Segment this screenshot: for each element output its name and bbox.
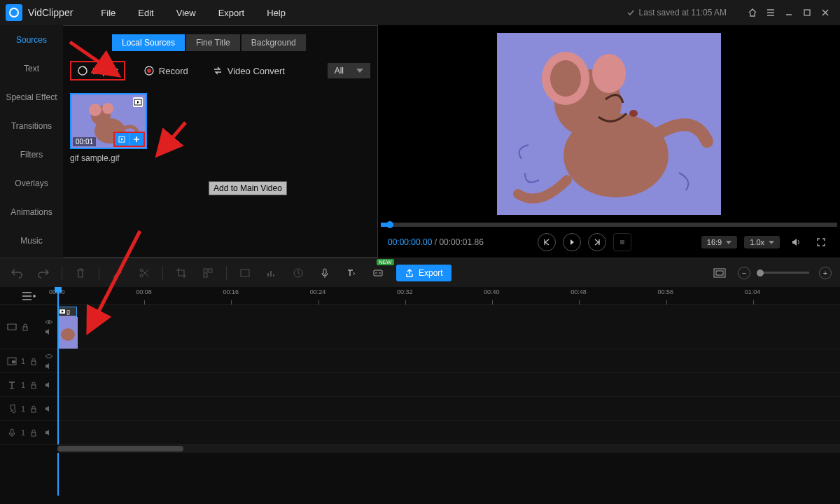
zoom-slider[interactable] bbox=[760, 272, 809, 274]
preview-stage[interactable] bbox=[378, 25, 840, 223]
volume-button[interactable] bbox=[787, 233, 805, 251]
ruler-tick: 01:04 bbox=[745, 288, 761, 295]
stop-button[interactable] bbox=[613, 233, 631, 251]
voice-button[interactable] bbox=[316, 265, 333, 281]
timeline-hscroll-thumb[interactable] bbox=[57, 446, 183, 451]
track-text-body[interactable] bbox=[57, 373, 840, 396]
track-audio2-body[interactable] bbox=[57, 421, 840, 444]
duration-button[interactable] bbox=[290, 265, 307, 281]
audio-icon[interactable] bbox=[45, 382, 53, 388]
fullscreen-button[interactable] bbox=[812, 233, 830, 251]
export-button[interactable]: Export bbox=[396, 265, 451, 281]
track-count: 1 bbox=[21, 428, 25, 437]
fit-button[interactable] bbox=[711, 265, 728, 281]
export-icon bbox=[405, 268, 414, 278]
lock-icon[interactable] bbox=[29, 405, 38, 413]
tab-local-sources[interactable]: Local Sources bbox=[112, 34, 185, 51]
window-close[interactable] bbox=[816, 4, 834, 22]
audio-icon[interactable] bbox=[45, 405, 53, 412]
track-overlay-body[interactable] bbox=[57, 349, 840, 372]
redo-button[interactable] bbox=[35, 265, 52, 281]
chevron-down-icon bbox=[769, 241, 774, 244]
menu-file[interactable]: File bbox=[90, 0, 127, 25]
preview-seek-bar[interactable] bbox=[381, 223, 837, 227]
speed-select[interactable]: 1.0x bbox=[744, 236, 780, 248]
text-to-speech-button[interactable] bbox=[343, 265, 360, 281]
svg-rect-27 bbox=[714, 269, 725, 277]
window-minimize[interactable] bbox=[780, 4, 798, 22]
menu-view[interactable]: View bbox=[165, 0, 207, 25]
crop-button[interactable] bbox=[173, 265, 190, 281]
audio-icon[interactable] bbox=[45, 328, 53, 335]
media-add-button[interactable] bbox=[130, 133, 144, 146]
undo-button[interactable] bbox=[8, 265, 25, 281]
zoom-out-button[interactable]: − bbox=[738, 267, 750, 279]
preview-time-current: 00:00:00.00 bbox=[388, 237, 432, 247]
svg-point-16 bbox=[629, 110, 638, 117]
prev-frame-button[interactable] bbox=[538, 233, 556, 251]
zoom-slider-handle[interactable] bbox=[757, 270, 764, 276]
import-button[interactable]: Import bbox=[70, 61, 125, 80]
zoom-tool-button[interactable] bbox=[263, 265, 280, 281]
timeline-toolbar: NEW Export − + bbox=[0, 258, 840, 287]
svg-rect-41 bbox=[31, 433, 36, 436]
track-video: g bbox=[0, 305, 840, 349]
sources-filter-select[interactable]: All bbox=[328, 63, 370, 78]
audio-icon[interactable] bbox=[45, 429, 53, 436]
lock-icon[interactable] bbox=[29, 357, 38, 365]
menu-export[interactable]: Export bbox=[207, 0, 256, 25]
media-preview-button[interactable] bbox=[115, 133, 129, 146]
svg-rect-26 bbox=[374, 270, 382, 276]
sidebar-item-sources[interactable]: Sources bbox=[0, 25, 63, 54]
timeline-ruler[interactable]: 00:00 00:08 00:16 00:24 00:32 00:40 00:4… bbox=[0, 287, 840, 305]
media-thumb[interactable]: 00:01 gif sample.gif bbox=[70, 93, 147, 163]
eye-icon[interactable] bbox=[45, 353, 53, 360]
tab-background[interactable]: Background bbox=[241, 34, 306, 51]
mosaic-button[interactable] bbox=[200, 265, 216, 281]
sidebar-item-filters[interactable]: Filters bbox=[0, 140, 63, 169]
track-options-button[interactable] bbox=[4, 287, 53, 305]
timeline-clip[interactable]: g bbox=[57, 307, 77, 348]
sidebar-item-music[interactable]: Music bbox=[0, 226, 63, 255]
video-convert-button[interactable]: Video Convert bbox=[206, 62, 290, 79]
eye-icon[interactable] bbox=[45, 318, 53, 326]
video-convert-label: Video Convert bbox=[227, 66, 285, 76]
aspect-ratio-select[interactable]: 16:9 bbox=[701, 236, 737, 248]
freeze-button[interactable] bbox=[237, 265, 253, 281]
media-thumb-actions bbox=[113, 132, 145, 147]
export-label: Export bbox=[419, 268, 443, 278]
lock-icon[interactable] bbox=[29, 428, 38, 437]
tab-fine-title[interactable]: Fine Title bbox=[186, 34, 240, 51]
clip-label: g bbox=[58, 307, 76, 316]
preview-controls: 00:00:00.00 / 00:00:01.86 16:9 1.0x bbox=[378, 227, 840, 258]
audio-icon[interactable] bbox=[45, 363, 53, 370]
menu-help[interactable]: Help bbox=[255, 0, 297, 25]
sidebar: Sources Text Special Effect Transitions … bbox=[0, 25, 63, 258]
next-frame-button[interactable] bbox=[588, 233, 606, 251]
lock-icon[interactable] bbox=[21, 323, 29, 331]
record-button[interactable]: Record bbox=[138, 62, 194, 79]
sidebar-item-transitions[interactable]: Transitions bbox=[0, 111, 63, 140]
sidebar-item-special-effect[interactable]: Special Effect bbox=[0, 83, 63, 111]
hamburger-icon[interactable] bbox=[762, 4, 780, 22]
svg-point-15 bbox=[592, 54, 626, 93]
clock-icon bbox=[293, 267, 304, 279]
edit-button[interactable] bbox=[109, 265, 126, 281]
preview-seek-handle[interactable] bbox=[386, 221, 393, 228]
window-maximize[interactable] bbox=[798, 4, 816, 22]
sidebar-item-animations[interactable]: Animations bbox=[0, 197, 63, 226]
track-audio1-body[interactable] bbox=[57, 397, 840, 420]
speech-to-text-button[interactable]: NEW bbox=[370, 265, 386, 281]
track-video-body[interactable]: g bbox=[57, 305, 840, 349]
zoom-in-button[interactable]: + bbox=[819, 267, 832, 279]
split-button[interactable] bbox=[136, 265, 153, 281]
play-button[interactable] bbox=[563, 233, 581, 251]
sidebar-item-overlays[interactable]: Overlays bbox=[0, 169, 63, 197]
home-icon[interactable] bbox=[743, 4, 762, 22]
lock-icon[interactable] bbox=[29, 381, 38, 389]
delete-button[interactable] bbox=[72, 265, 89, 281]
timeline-hscroll[interactable] bbox=[57, 444, 840, 453]
sidebar-item-text[interactable]: Text bbox=[0, 54, 63, 83]
scissors-icon bbox=[139, 267, 150, 279]
menu-edit[interactable]: Edit bbox=[127, 0, 164, 25]
